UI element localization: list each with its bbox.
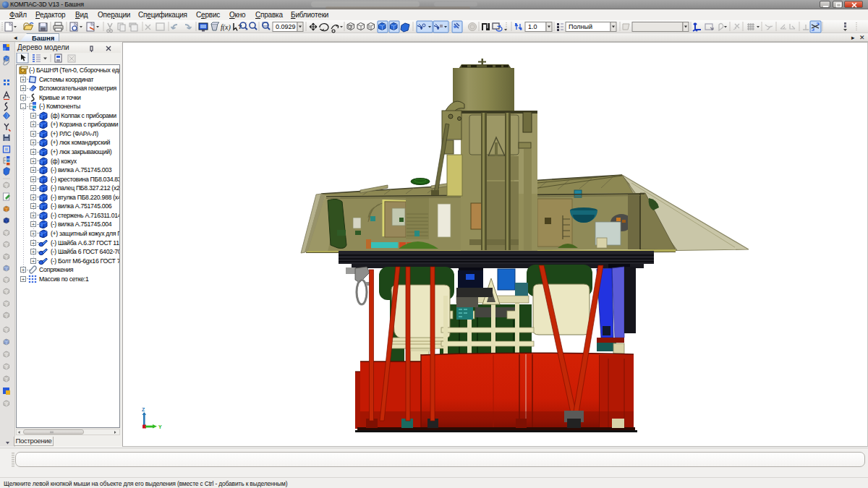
svg-text:Z: Z xyxy=(142,407,145,412)
svg-text:1.0: 1.0 xyxy=(528,23,537,30)
svg-text:Y: Y xyxy=(158,424,162,429)
svg-text:0.0929: 0.0929 xyxy=(276,23,296,30)
svg-text:f(x): f(x) xyxy=(221,23,231,32)
svg-text:Полный: Полный xyxy=(569,23,592,30)
